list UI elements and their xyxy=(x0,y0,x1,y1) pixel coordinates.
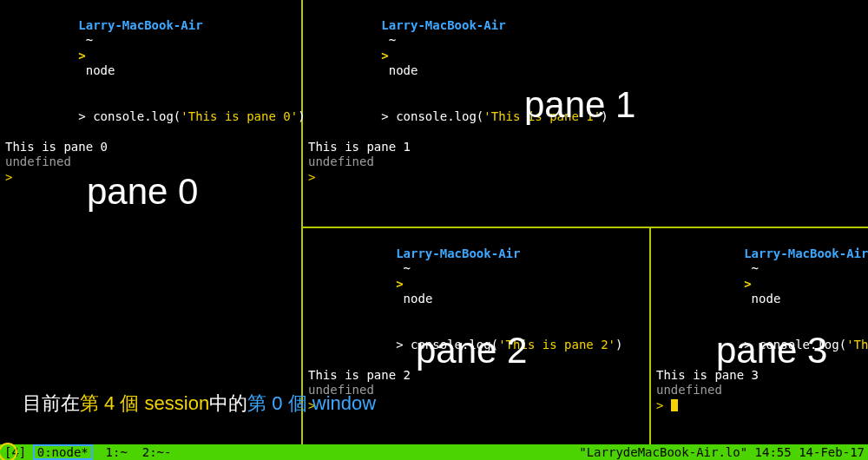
window-tab-1[interactable]: 1:~ xyxy=(106,445,128,459)
prompt-host: Larry-MacBook-Air xyxy=(381,18,505,32)
prompt-marker: > xyxy=(381,49,388,62)
pane-label-2: pane 2 xyxy=(416,328,527,374)
prompt-marker: > xyxy=(78,49,85,62)
pane-column-left: Larry-MacBook-Air ~ > node > console.log… xyxy=(0,0,301,444)
repl-prompt: > xyxy=(308,170,863,186)
repl-output: This is pane 1 xyxy=(308,140,863,155)
prompt-host: Larry-MacBook-Air xyxy=(744,246,868,260)
shell-command: node xyxy=(78,63,115,77)
prompt-marker: > xyxy=(396,277,403,291)
pane-label-3: pane 3 xyxy=(716,328,827,374)
shell-command: node xyxy=(744,292,780,306)
window-tab-0[interactable]: 0:node* xyxy=(35,445,91,459)
repl-undefined: undefined xyxy=(5,154,296,170)
status-left: [4] 0:node* 1:~ 2:~- xyxy=(3,445,172,459)
repl-prompt-active: > xyxy=(656,398,863,414)
window-tab-2[interactable]: 2:~- xyxy=(142,445,172,459)
pane-row-bottom: Larry-MacBook-Air ~ > node > console.log… xyxy=(303,228,868,444)
pane-1[interactable]: Larry-MacBook-Air ~ > node > console.log… xyxy=(303,0,868,227)
prompt-path: ~ xyxy=(744,261,766,275)
prompt-path: ~ xyxy=(396,261,418,275)
prompt-marker: > xyxy=(744,277,751,291)
session-indicator[interactable]: [4] xyxy=(3,445,27,459)
repl-undefined: undefined xyxy=(656,383,863,398)
status-right: "LarrydeMacBook-Air.lo" 14:55 14-Feb-17 xyxy=(579,445,865,459)
prompt-path: ~ xyxy=(78,33,100,47)
prompt-host: Larry-MacBook-Air xyxy=(396,246,520,260)
pane-label-0: pane 0 xyxy=(87,169,198,215)
pane-label-1: pane 1 xyxy=(524,82,635,128)
repl-input: > console.log( xyxy=(381,109,483,123)
repl-undefined: undefined xyxy=(308,154,863,170)
pane-3[interactable]: Larry-MacBook-Air ~ > node > console.log… xyxy=(651,228,868,444)
pane-0[interactable]: Larry-MacBook-Air ~ > node > console.log… xyxy=(0,0,301,444)
cursor-icon xyxy=(671,399,678,411)
repl-input: > console.log( xyxy=(78,109,181,123)
pane-column-right: Larry-MacBook-Air ~ > node > console.log… xyxy=(303,0,868,444)
tmux-status-bar[interactable]: [4] 0:node* 1:~ 2:~- "LarrydeMacBook-Air… xyxy=(0,444,868,460)
pane-container: Larry-MacBook-Air ~ > node > console.log… xyxy=(0,0,868,444)
tmux-window: Larry-MacBook-Air ~ > node > console.log… xyxy=(0,0,868,460)
repl-output: This is pane 0 xyxy=(5,140,296,155)
shell-command: node xyxy=(396,292,432,306)
annotation-caption: 目前在第 4 個 session中的第 0 個 window xyxy=(23,391,376,417)
prompt-host: Larry-MacBook-Air xyxy=(78,18,202,32)
shell-command: node xyxy=(381,63,418,77)
prompt-path: ~ xyxy=(381,33,403,47)
